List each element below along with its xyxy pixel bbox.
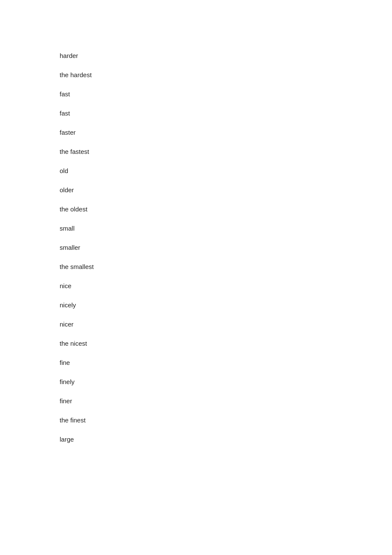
list-item: finely (60, 377, 392, 386)
list-item: older (60, 185, 392, 194)
list-item: nicely (60, 301, 392, 309)
word-list: harderthe hardestfastfastfasterthe faste… (0, 0, 392, 444)
list-item: finer (60, 396, 392, 405)
list-item: the finest (60, 416, 392, 425)
list-item: small (60, 224, 392, 233)
list-item: the hardest (60, 70, 392, 79)
list-item: smaller (60, 243, 392, 252)
list-item: harder (60, 51, 392, 60)
list-item: fast (60, 90, 392, 98)
list-item: fine (60, 358, 392, 367)
list-item: large (60, 435, 392, 444)
list-item: the oldest (60, 205, 392, 214)
list-item: the fastest (60, 147, 392, 156)
list-item: nice (60, 281, 392, 290)
list-item: old (60, 166, 392, 175)
list-item: fast (60, 109, 392, 118)
list-item: the nicest (60, 339, 392, 348)
list-item: faster (60, 128, 392, 137)
list-item: nicer (60, 320, 392, 329)
list-item: the smallest (60, 262, 392, 271)
